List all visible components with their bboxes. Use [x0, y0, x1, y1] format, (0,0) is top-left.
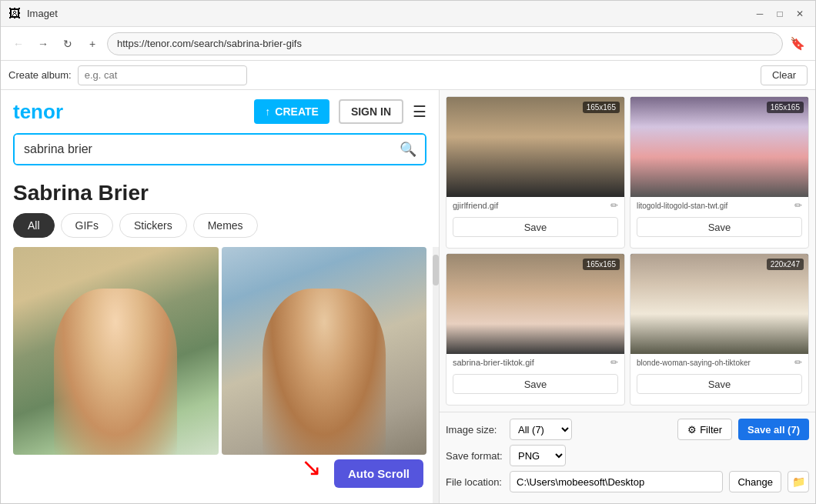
filename-text: blonde-woman-saying-oh-tiktoker: [637, 359, 751, 367]
tenor-header: tenor ↑ CREATE SIGN IN ☰: [1, 90, 439, 133]
file-location-row: File location: Change 📁: [446, 471, 809, 492]
image-card-info: sabrina-brier-tiktok.gif ✏: [446, 354, 624, 371]
filename-row: sabrina-brier-tiktok.gif ✏: [453, 357, 618, 368]
gif-image: [222, 247, 427, 455]
bottom-controls: Image size: All (7) Small Medium Large ⚙…: [440, 412, 815, 503]
save-row: Save: [630, 214, 808, 242]
page-title: Sabrina Brier: [1, 175, 439, 213]
tab-stickers[interactable]: Stickers: [119, 213, 187, 238]
new-tab-button[interactable]: +: [82, 34, 102, 54]
close-button[interactable]: ✕: [792, 6, 808, 22]
browser-panel: tenor ↑ CREATE SIGN IN ☰ 🔍 Sabrina Brier…: [1, 90, 440, 503]
title-bar: 🖼 Imaget ─ □ ✕: [1, 1, 815, 27]
filename-row: blonde-woman-saying-oh-tiktoker ✏: [637, 357, 802, 368]
save-all-button[interactable]: Save all (7): [738, 419, 809, 440]
size-badge: 220x247: [767, 259, 804, 270]
save-format-row: Save format: PNG JPG GIF WEBP: [446, 445, 809, 466]
create-album-label: Create album:: [8, 69, 72, 81]
image-card-info: litogold-litogold-stan-twt.gif ✏: [630, 197, 808, 214]
filename-row: litogold-litogold-stan-twt.gif ✏: [637, 200, 802, 211]
folder-button[interactable]: 📁: [788, 471, 809, 492]
tab-gifs[interactable]: GIFs: [61, 213, 113, 238]
image-size-select[interactable]: All (7) Small Medium Large: [510, 419, 572, 440]
image-card-info: blonde-woman-saying-oh-tiktoker ✏: [630, 354, 808, 371]
edit-icon[interactable]: ✏: [794, 200, 802, 211]
save-button[interactable]: Save: [453, 217, 618, 237]
folder-icon: 📁: [792, 476, 805, 488]
image-grid: 165x165 gjirlfriend.gif ✏ Save: [440, 90, 815, 412]
save-format-select[interactable]: PNG JPG GIF WEBP: [510, 445, 566, 466]
tab-all[interactable]: All: [13, 213, 55, 238]
save-button[interactable]: Save: [637, 374, 802, 394]
address-bar: ← → ↻ + 🔖: [1, 27, 815, 61]
edit-icon[interactable]: ✏: [794, 357, 802, 368]
scroll-bar[interactable]: [433, 247, 439, 503]
search-bar: 🔍: [13, 133, 426, 165]
app-icon: 🖼: [8, 7, 21, 21]
image-card: 165x165 gjirlfriend.gif ✏ Save: [446, 96, 625, 249]
scroll-arrow-indicator: ↘: [301, 452, 322, 482]
edit-icon[interactable]: ✏: [610, 200, 618, 211]
scroll-thumb[interactable]: [433, 255, 439, 285]
save-button[interactable]: Save: [453, 374, 618, 394]
create-button[interactable]: ↑ CREATE: [254, 99, 329, 124]
plugin-panel: 165x165 gjirlfriend.gif ✏ Save: [440, 90, 815, 503]
save-format-label: Save format:: [446, 450, 503, 462]
back-button[interactable]: ←: [8, 34, 28, 54]
minimize-button[interactable]: ─: [752, 6, 768, 22]
upload-icon: ↑: [265, 105, 270, 118]
main-content: tenor ↑ CREATE SIGN IN ☰ 🔍 Sabrina Brier…: [1, 90, 815, 503]
person-overlay: [54, 289, 177, 455]
save-button[interactable]: Save: [637, 217, 802, 237]
filename-row: gjirlfriend.gif ✏: [453, 200, 618, 211]
size-badge: 165x165: [583, 102, 620, 113]
file-location-input[interactable]: [510, 471, 723, 492]
file-location-label: File location:: [446, 476, 503, 488]
filter-icon: ⚙: [687, 424, 697, 436]
plugin-bar: Create album: Clear: [1, 61, 815, 90]
person-overlay: [263, 289, 386, 455]
filter-tabs: All GIFs Stickers Memes: [1, 213, 439, 247]
image-card-thumb: 165x165: [446, 254, 624, 354]
image-card-thumb: 220x247: [630, 254, 808, 354]
bookmark-icon[interactable]: 🔖: [788, 34, 808, 54]
image-card-thumb: 165x165: [630, 97, 808, 197]
window-controls: ─ □ ✕: [752, 6, 808, 22]
auto-scroll-button[interactable]: Auto Scroll: [334, 459, 423, 488]
size-badge: 165x165: [767, 102, 804, 113]
image-card: 165x165 sabrina-brier-tiktok.gif ✏ Save: [446, 253, 625, 406]
gif-item[interactable]: [13, 247, 219, 455]
filename-text: gjirlfriend.gif: [453, 201, 498, 210]
save-row: Save: [630, 371, 808, 399]
filter-button[interactable]: ⚙ Filter: [677, 419, 732, 440]
album-input[interactable]: [78, 65, 247, 85]
image-size-label: Image size:: [446, 424, 503, 436]
save-row: Save: [446, 371, 624, 399]
app-title: Imaget: [27, 8, 58, 19]
clear-button[interactable]: Clear: [761, 65, 808, 85]
size-badge: 165x165: [583, 259, 620, 270]
refresh-button[interactable]: ↻: [58, 34, 78, 54]
image-card-thumb: 165x165: [446, 97, 624, 197]
forward-button[interactable]: →: [33, 34, 53, 54]
image-size-row: Image size: All (7) Small Medium Large ⚙…: [446, 419, 809, 440]
tab-memes[interactable]: Memes: [193, 213, 258, 238]
search-input[interactable]: [15, 135, 391, 164]
menu-button[interactable]: ☰: [413, 102, 426, 121]
search-button[interactable]: 🔍: [391, 135, 425, 164]
maximize-button[interactable]: □: [772, 6, 788, 22]
save-row: Save: [446, 214, 624, 242]
filename-text: sabrina-brier-tiktok.gif: [453, 358, 534, 367]
image-card: 165x165 litogold-litogold-stan-twt.gif ✏…: [630, 96, 809, 249]
edit-icon[interactable]: ✏: [610, 357, 618, 368]
gif-image: [13, 247, 219, 455]
signin-button[interactable]: SIGN IN: [339, 99, 403, 124]
change-button[interactable]: Change: [729, 471, 781, 492]
image-card: 220x247 blonde-woman-saying-oh-tiktoker …: [630, 253, 809, 406]
gif-item[interactable]: [222, 247, 427, 455]
filename-text: litogold-litogold-stan-twt.gif: [637, 202, 727, 210]
image-card-info: gjirlfriend.gif ✏: [446, 197, 624, 214]
address-input[interactable]: [107, 32, 783, 55]
tenor-logo: tenor: [13, 100, 63, 124]
gif-grid: [1, 247, 439, 455]
